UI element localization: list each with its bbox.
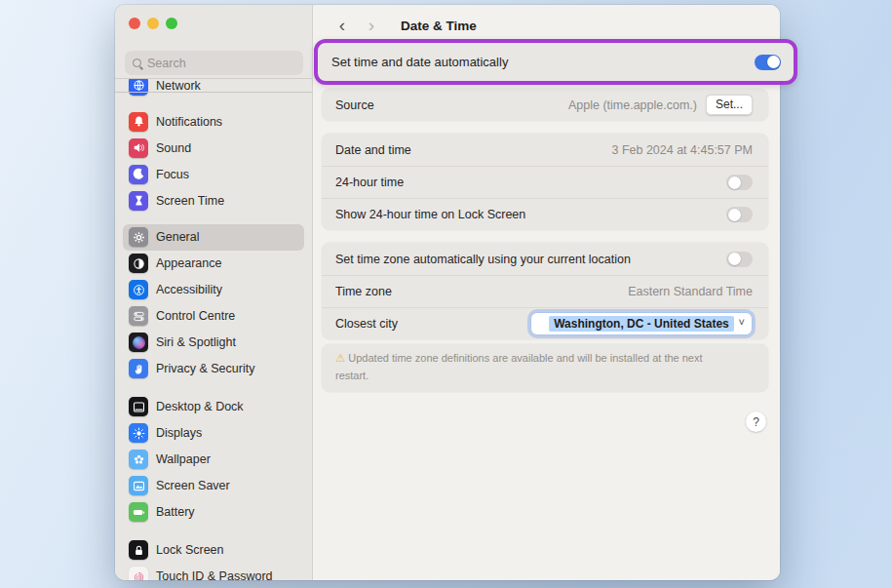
sidebar-item-label: Battery bbox=[156, 505, 195, 519]
sidebar-item-screen-time[interactable]: Screen Time bbox=[123, 187, 304, 214]
sidebar-item-label: Screen Time bbox=[156, 194, 224, 208]
toggle-switch[interactable] bbox=[726, 175, 753, 190]
settings-row-closest-city: Closest cityWashington, DC - United Stat… bbox=[322, 307, 768, 339]
annotation-highlight-box: Set time and date automatically bbox=[314, 39, 797, 85]
sidebar-item-label: Displays bbox=[156, 426, 202, 440]
forward-button[interactable]: › bbox=[364, 16, 379, 35]
sidebar-item-label: Desktop & Dock bbox=[156, 400, 244, 413]
help-button[interactable]: ? bbox=[746, 412, 766, 432]
siri-orb-icon bbox=[129, 333, 148, 352]
accessibility-icon bbox=[129, 280, 148, 299]
sidebar-list: NetworkNotificationsSoundFocusScreen Tim… bbox=[115, 78, 312, 580]
sidebar-item-notifications[interactable]: Notifications bbox=[123, 108, 304, 135]
minimize-button[interactable] bbox=[147, 18, 159, 29]
row-label: Source bbox=[335, 98, 374, 112]
dock-icon bbox=[129, 397, 148, 416]
sidebar-item-lock-screen[interactable]: Lock Screen bbox=[123, 537, 304, 564]
sidebar-item-label: Privacy & Security bbox=[156, 362, 254, 375]
sidebar-item-touch-id-password[interactable]: Touch ID & Password bbox=[123, 564, 304, 581]
row-label: Date and time bbox=[335, 143, 411, 157]
sidebar-item-general[interactable]: General bbox=[123, 224, 304, 251]
set-source-button[interactable]: Set... bbox=[706, 95, 753, 115]
sidebar-item-label: Touch ID & Password bbox=[156, 569, 273, 580]
close-button[interactable] bbox=[129, 18, 140, 29]
sidebar-item-wallpaper[interactable]: Wallpaper bbox=[123, 447, 304, 473]
battery-icon bbox=[129, 502, 148, 522]
sidebar-item-sound[interactable]: Sound bbox=[123, 135, 304, 161]
warning-triangle-icon: ⚠ bbox=[335, 352, 345, 364]
sidebar-item-label: Sound bbox=[156, 141, 191, 155]
sidebar-item-label: Lock Screen bbox=[156, 543, 223, 557]
search-input[interactable]: Search bbox=[125, 51, 303, 75]
back-button[interactable]: ‹ bbox=[334, 16, 350, 35]
window-controls bbox=[129, 18, 177, 29]
timezone-update-note: ⚠Updated time zone definitions are avail… bbox=[335, 350, 733, 384]
sidebar-item-label: Notifications bbox=[156, 115, 222, 129]
toggle-knob bbox=[728, 209, 741, 221]
set-automatically-toggle[interactable] bbox=[755, 55, 781, 70]
settings-row-show-24-hour-time-on-lock-screen: Show 24-hour time on Lock Screen bbox=[322, 198, 768, 230]
content-header: ‹ › Date & Time bbox=[334, 13, 477, 38]
toggle-switch[interactable] bbox=[726, 252, 753, 267]
settings-row-source: SourceApple (time.apple.com.)Set... bbox=[322, 89, 768, 121]
settings-cards: SourceApple (time.apple.com.)Set...Date … bbox=[322, 89, 768, 392]
sidebar-item-network[interactable]: Network bbox=[123, 78, 304, 98]
sidebar-item-accessibility[interactable]: Accessibility bbox=[123, 277, 304, 303]
settings-row-set-time-zone-automatically-using-your-c: Set time zone automatically using your c… bbox=[322, 243, 768, 275]
toggle-knob bbox=[767, 56, 780, 68]
sidebar-item-privacy-security[interactable]: Privacy & Security bbox=[123, 356, 304, 382]
row-value: 3 Feb 2024 at 4:45:57 PM bbox=[611, 143, 753, 157]
gear-icon bbox=[129, 227, 148, 247]
sidebar-item-label: General bbox=[156, 230, 199, 244]
sidebar-item-label: Appearance bbox=[156, 256, 221, 270]
chevron-down-icon: ˅ bbox=[739, 316, 745, 328]
search-icon bbox=[133, 59, 141, 67]
sidebar-item-screen-saver[interactable]: Screen Saver bbox=[123, 473, 304, 499]
closest-city-select[interactable]: Washington, DC - United States˅ bbox=[530, 312, 753, 335]
row-label: Closest city bbox=[335, 317, 398, 331]
sidebar-scroll-divider bbox=[115, 92, 312, 93]
row-value: Eastern Standard Time bbox=[628, 285, 753, 298]
date-time-pane: ‹ › Date & Time SourceApple (time.apple.… bbox=[313, 5, 780, 580]
sidebar-item-label: Accessibility bbox=[156, 283, 222, 296]
sidebar-item-displays[interactable]: Displays bbox=[123, 420, 304, 447]
sidebar: Search NetworkNotificationsSoundFocusScr… bbox=[115, 5, 313, 580]
sun-icon bbox=[129, 423, 148, 443]
sidebar-item-label: Siri & Spotlight bbox=[156, 335, 236, 349]
set-automatically-label: Set time and date automatically bbox=[331, 55, 508, 69]
hand-icon bbox=[129, 359, 148, 378]
screensaver-icon bbox=[129, 476, 148, 495]
sidebar-item-desktop-dock[interactable]: Desktop & Dock bbox=[123, 394, 304, 420]
sidebar-item-control-centre[interactable]: Control Centre bbox=[123, 303, 304, 330]
sidebar-item-siri-spotlight[interactable]: Siri & Spotlight bbox=[123, 330, 304, 356]
fingerprint-icon bbox=[129, 567, 148, 580]
row-value: Apple (time.apple.com.) bbox=[568, 98, 697, 112]
settings-row-time-zone: Time zoneEastern Standard Time bbox=[322, 275, 768, 307]
sidebar-item-battery[interactable]: Battery bbox=[123, 499, 304, 526]
selected-city-value: Washington, DC - United States bbox=[549, 316, 734, 332]
sidebar-item-focus[interactable]: Focus bbox=[123, 161, 304, 187]
timezone-note-card: ⚠Updated time zone definitions are avail… bbox=[322, 344, 768, 392]
settings-row-24-hour-time: 24-hour time bbox=[322, 166, 768, 198]
toggle-knob bbox=[728, 176, 741, 189]
appearance-icon bbox=[129, 254, 148, 273]
row-label: Set time zone automatically using your c… bbox=[335, 253, 631, 266]
settings-card: Set time zone automatically using your c… bbox=[322, 243, 768, 339]
speaker-icon bbox=[129, 138, 148, 158]
sidebar-item-label: Network bbox=[156, 79, 201, 93]
search-placeholder: Search bbox=[147, 57, 186, 70]
sidebar-item-label: Control Centre bbox=[156, 309, 235, 323]
toggles-icon bbox=[129, 306, 148, 326]
lock-icon bbox=[129, 540, 148, 560]
flower-icon bbox=[129, 450, 148, 469]
sidebar-item-label: Wallpaper bbox=[156, 452, 211, 466]
system-settings-window: Search NetworkNotificationsSoundFocusScr… bbox=[115, 5, 780, 580]
sidebar-item-label: Screen Saver bbox=[156, 479, 230, 492]
zoom-button[interactable] bbox=[166, 18, 177, 29]
settings-card: SourceApple (time.apple.com.)Set... bbox=[322, 89, 768, 121]
sidebar-item-label: Focus bbox=[156, 168, 189, 181]
sidebar-item-appearance[interactable]: Appearance bbox=[123, 251, 304, 277]
toggle-switch[interactable] bbox=[726, 207, 753, 222]
row-label: 24-hour time bbox=[335, 176, 404, 189]
row-label: Time zone bbox=[335, 285, 392, 298]
